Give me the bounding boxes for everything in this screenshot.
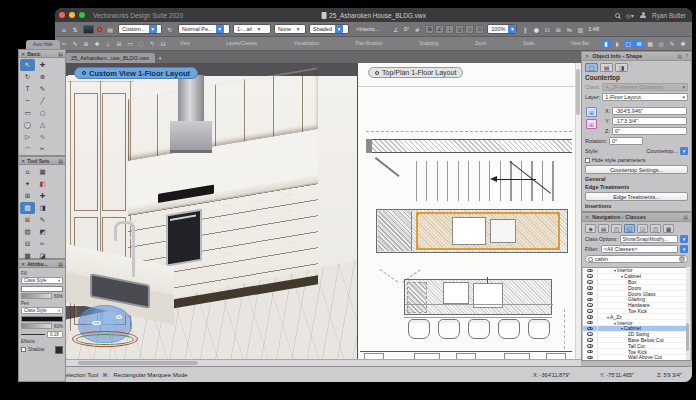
pen-opacity-bar[interactable] xyxy=(21,323,52,329)
offset-mode-icon[interactable]: ⊟ xyxy=(158,39,168,48)
saved-views-icon[interactable]: ◈ xyxy=(585,224,596,233)
layer-dropdown[interactable]: 1-Floor Layout▾ xyxy=(602,93,688,101)
rotate-tool-icon[interactable]: ↻ xyxy=(20,71,35,83)
vertical-scrollbar[interactable] xyxy=(686,267,690,360)
close-icon[interactable]: ✕ xyxy=(21,158,25,164)
countertop-settings-button[interactable]: Countertop Settings... xyxy=(585,165,688,174)
auto-hide-tab[interactable]: Auto Hide xyxy=(26,40,60,49)
zoom-window-button[interactable] xyxy=(79,12,85,18)
record-icon[interactable] xyxy=(97,27,102,32)
eye-icon[interactable] xyxy=(587,321,593,325)
rectangle-tool-icon[interactable]: ▭ xyxy=(20,107,35,119)
annotate-icon[interactable]: ✎ xyxy=(667,39,677,48)
cabinet-door[interactable] xyxy=(74,93,98,211)
shape-tab-icon[interactable]: ▢ xyxy=(585,63,598,72)
rotation-input[interactable]: 0° xyxy=(609,137,643,145)
eye-icon[interactable] xyxy=(587,327,593,331)
home-icon[interactable]: ⌂ xyxy=(59,25,69,34)
pan-tool-icon[interactable]: ✚ xyxy=(35,59,50,71)
eye-icon[interactable] xyxy=(587,309,593,313)
lasso-mode-icon[interactable]: ◌ xyxy=(136,39,146,48)
line-weight-input[interactable]: 0.18 xyxy=(47,331,63,338)
x-input[interactable]: -304'5.946" xyxy=(612,107,687,115)
walls-toolset-icon[interactable]: ⌂ xyxy=(20,166,35,178)
corner-toolset-icon[interactable]: ◩ xyxy=(35,226,50,238)
close-box-icon[interactable]: ⊠ xyxy=(634,39,644,48)
attributes-palette-header[interactable]: ✕ Attribu... ▤ xyxy=(18,259,66,268)
fill-color-swatch[interactable] xyxy=(21,286,63,292)
saved-view-dropdown[interactable]: Custom...▾ xyxy=(118,24,162,34)
new-tab-button[interactable]: + xyxy=(155,53,165,63)
zoom-dropdown[interactable]: 100%▾ xyxy=(487,24,517,34)
eye-icon[interactable] xyxy=(587,303,593,307)
folder-icon[interactable]: ▤ xyxy=(105,25,115,34)
snap-grid-icon[interactable]: ⊞ xyxy=(425,25,434,34)
visibility-cell[interactable] xyxy=(583,343,598,348)
chevron-down-icon[interactable]: ▾ xyxy=(680,245,688,253)
cartesian-coords-button[interactable]: ⊞ xyxy=(586,107,597,117)
visibility-cell[interactable] xyxy=(583,338,598,343)
visibility-cell[interactable] xyxy=(583,280,598,285)
zoom-tool-icon[interactable]: ⊕ xyxy=(35,71,50,83)
visibility-cell[interactable] xyxy=(583,355,598,360)
tool-sets-palette-header[interactable]: ✕ Tool Sets ▤ xyxy=(18,156,66,165)
fill-opacity-bar[interactable] xyxy=(21,293,52,299)
gizmo-green-ring[interactable] xyxy=(76,334,134,345)
sheet-layers-icon[interactable]: ◰ xyxy=(611,224,622,233)
visibility-cell[interactable] xyxy=(583,274,598,279)
edge-treatments-button[interactable]: Edge Treatments... xyxy=(585,192,688,201)
edge-treatments-section-label[interactable]: Edge Treatments xyxy=(585,184,629,190)
target-view-icon[interactable]: ◎ xyxy=(656,39,666,48)
snap-point-icon[interactable]: ◎ xyxy=(455,25,464,34)
circle-tool-icon[interactable]: ○ xyxy=(35,107,50,119)
line-tool-icon[interactable]: ─ xyxy=(20,95,35,107)
selection-tool-icon[interactable]: ↖ xyxy=(20,59,35,71)
freehand-tool-icon[interactable]: ∿ xyxy=(35,131,50,143)
render-style-thumbnail[interactable] xyxy=(83,25,94,34)
wall-oven[interactable] xyxy=(166,209,202,267)
range-hood-chimney[interactable] xyxy=(178,75,204,123)
insertions-section-label[interactable]: Insertions xyxy=(585,203,611,209)
fit-objects-icon[interactable]: ⊡ xyxy=(542,25,552,34)
corner-mode-icon[interactable]: ↰ xyxy=(147,39,157,48)
design-layers-icon[interactable]: ▤ xyxy=(598,224,609,233)
menu-icon[interactable]: ▤ xyxy=(677,53,682,59)
oval-tool-icon[interactable]: ◯ xyxy=(20,119,35,131)
grid-toolset-icon[interactable]: ⊞ xyxy=(20,190,35,202)
navigation-header[interactable]: ✕ Navigation - Classes ▤ xyxy=(582,213,691,222)
contrast-icon[interactable]: ◗ xyxy=(612,39,622,48)
object-info-header[interactable]: ✕ Object Info - Shape ▤ ? xyxy=(582,52,691,61)
options-icon[interactable]: ✱ xyxy=(678,39,688,48)
projection-dropdown[interactable]: Normal Pe...▾ xyxy=(178,24,230,34)
shadow-preview-swatch[interactable] xyxy=(55,346,63,354)
close-window-button[interactable] xyxy=(59,12,65,18)
eye-icon[interactable] xyxy=(587,356,593,360)
hatch-toolset-icon[interactable]: ▦ xyxy=(35,166,50,178)
grid-snap-icon[interactable]: # xyxy=(412,25,422,34)
snap-edge-icon[interactable]: ◇ xyxy=(465,25,474,34)
cabinet-door[interactable] xyxy=(102,93,126,211)
gizmo-handle[interactable] xyxy=(116,315,122,319)
snap-intersection-icon[interactable]: ⊙ xyxy=(475,25,484,34)
layer-dropdown[interactable]: 1-...ail▾ xyxy=(233,24,271,34)
range-hood-canopy[interactable] xyxy=(170,121,212,153)
eye-icon[interactable] xyxy=(587,344,593,348)
user-name[interactable]: Ryan Butler xyxy=(652,12,686,19)
help-icon[interactable]: ? xyxy=(685,53,688,59)
perpendicular-icon[interactable]: ⊥ xyxy=(103,39,113,48)
shadow-checkbox[interactable] xyxy=(21,347,26,352)
visibility-cell[interactable] xyxy=(583,314,598,319)
text-tool-icon[interactable]: T xyxy=(20,83,35,95)
pencil-tool-icon[interactable]: ✎ xyxy=(35,83,50,95)
gizmo-handle[interactable] xyxy=(92,321,101,325)
pen-toolset-icon[interactable]: ✎ xyxy=(35,214,50,226)
selection-handle[interactable] xyxy=(557,212,560,215)
layers-visibility-icon[interactable]: ▮ xyxy=(601,39,611,48)
scale-value[interactable]: 1:48 xyxy=(588,26,599,32)
visibility-cell[interactable] xyxy=(583,332,598,337)
move-icon[interactable]: ✚ xyxy=(92,39,102,48)
menu-icon[interactable]: ▤ xyxy=(58,51,63,57)
visibility-cell[interactable] xyxy=(583,291,598,296)
eye-icon[interactable] xyxy=(587,332,593,336)
shade-toolset-icon[interactable]: ◧ xyxy=(35,178,50,190)
